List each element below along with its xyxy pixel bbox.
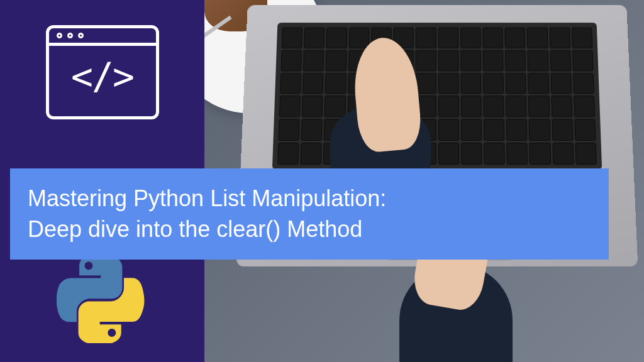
- keyboard-key: [550, 73, 572, 94]
- keyboard-key: [301, 143, 322, 165]
- keyboard-key: [483, 50, 504, 71]
- keyboard-key: [303, 73, 324, 94]
- window-header: [49, 28, 156, 46]
- keyboard-key: [326, 50, 347, 71]
- keyboard-key: [325, 73, 347, 94]
- keyboard-key: [483, 96, 504, 118]
- keyboard-key: [460, 73, 481, 94]
- keyboard-key: [550, 50, 571, 71]
- keyboard-key: [438, 96, 458, 118]
- keyboard-key: [279, 119, 300, 141]
- keyboard-key: [326, 28, 347, 48]
- keyboard-key: [575, 143, 597, 165]
- keyboard-key: [416, 28, 436, 48]
- keyboard-key: [460, 50, 481, 71]
- keyboard-key: [279, 96, 301, 118]
- keyboard-key: [438, 143, 459, 165]
- keyboard-key: [527, 28, 548, 48]
- keyboard-key: [551, 96, 572, 118]
- keyboard-key: [303, 50, 325, 71]
- keyboard: [272, 23, 602, 170]
- window-dot-icon: [78, 33, 84, 38]
- keyboard-key: [506, 96, 527, 118]
- window-frame: </>: [46, 25, 159, 119]
- python-logo-icon: [57, 255, 145, 343]
- code-brackets-icon: </>: [71, 55, 133, 98]
- keyboard-key: [528, 50, 548, 71]
- keyboard-key: [302, 96, 323, 118]
- keyboard-key: [483, 73, 504, 94]
- keyboard-key: [416, 50, 436, 71]
- keyboard-key: [438, 50, 458, 71]
- keyboard-key: [348, 28, 369, 48]
- keyboard-key: [280, 50, 302, 71]
- keyboard-key: [572, 50, 594, 71]
- keyboard-key: [277, 143, 299, 165]
- keyboard-key: [301, 119, 323, 141]
- banner-container: </>: [0, 0, 644, 362]
- keyboard-key: [325, 96, 346, 118]
- code-window-icon: </>: [46, 25, 159, 119]
- keyboard-key: [282, 28, 303, 48]
- keyboard-key: [506, 143, 528, 165]
- keyboard-key: [460, 96, 481, 118]
- keyboard-key: [484, 119, 505, 141]
- keyboard-key: [574, 119, 596, 141]
- keyboard-key: [529, 119, 550, 141]
- keyboard-key: [552, 143, 574, 165]
- title-banner: Mastering Python List Manipulation: Deep…: [10, 168, 609, 260]
- keyboard-key: [506, 73, 526, 94]
- keyboard-key: [530, 143, 551, 165]
- keyboard-key: [304, 28, 325, 48]
- keyboard-key: [572, 28, 593, 48]
- keyboard-key: [461, 143, 482, 165]
- keyboard-key: [528, 96, 550, 118]
- keyboard-key: [573, 73, 594, 94]
- title-line-2: Deep dive into the clear() Method: [28, 216, 362, 242]
- keyboard-key: [505, 28, 526, 48]
- keyboard-key: [438, 119, 458, 141]
- keyboard-key: [505, 50, 526, 71]
- keyboard-key: [549, 28, 570, 48]
- keyboard-key: [552, 119, 573, 141]
- title-line-1: Mastering Python List Manipulation:: [28, 185, 386, 211]
- keyboard-key: [574, 96, 595, 118]
- keyboard-key: [506, 119, 528, 141]
- keyboard-key: [416, 73, 436, 94]
- window-dot-icon: [57, 33, 62, 38]
- keyboard-key: [438, 28, 458, 48]
- window-dot-icon: [67, 33, 73, 38]
- keyboard-key: [484, 143, 505, 165]
- keyboard-key: [461, 119, 482, 141]
- keyboard-key: [460, 28, 481, 48]
- keyboard-key: [280, 73, 301, 94]
- keyboard-key: [528, 73, 549, 94]
- keyboard-key: [438, 73, 458, 94]
- keyboard-key: [482, 28, 503, 48]
- title-text: Mastering Python List Manipulation: Deep…: [28, 184, 591, 244]
